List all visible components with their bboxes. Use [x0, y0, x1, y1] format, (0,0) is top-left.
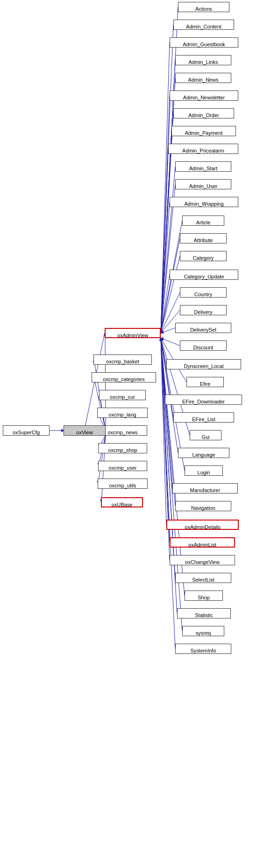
node-efire: Efire [186, 377, 224, 387]
node-oxcmp-lang: oxcmp_lang [97, 408, 148, 418]
svg-line-31 [161, 338, 180, 346]
svg-line-34 [161, 338, 165, 400]
node-oxcmp-shop: oxcmp_shop [98, 443, 147, 453]
node-login: Login [185, 465, 223, 476]
node-admin-newsletter: Admin_Newsletter [170, 90, 238, 101]
node-language: Language [178, 448, 229, 458]
node-admin-start: Admin_Start [175, 161, 231, 172]
svg-line-30 [161, 328, 175, 333]
node-admin-payment: Admin_Payment [171, 126, 236, 136]
diagram-container: ActionsAdmin_ContentAdmin_GuestbookAdmin… [0, 0, 264, 868]
node-admin-wrapping: Admin_Wrapping [170, 197, 238, 207]
node-oxcmp-utils: oxcmp_utils [98, 479, 148, 489]
node-admin-guestbook: Admin_Guestbook [170, 37, 238, 48]
node-efire-list: EFire_List [173, 412, 234, 423]
node-category-update: Category_Update [170, 270, 238, 280]
node-admin-user: Admin_User [175, 179, 231, 189]
node-attribute: Attribute [180, 233, 227, 243]
svg-line-35 [161, 338, 173, 417]
svg-line-19 [161, 131, 171, 333]
svg-line-46 [161, 338, 177, 613]
svg-line-10 [98, 435, 106, 484]
svg-line-17 [161, 96, 170, 333]
svg-line-32 [161, 338, 166, 364]
svg-line-21 [161, 167, 175, 333]
node-oxadmindetails: oxAdminDetails [166, 520, 239, 530]
node-manufacturer: Manufacturer [172, 483, 238, 493]
node-efire-downloader: EFire_Downloader [165, 395, 242, 405]
node-deliveryset: DeliverySet [175, 323, 231, 333]
node-oxchangeview: oxChangeView [170, 555, 235, 565]
node-actions: Actions [178, 2, 229, 12]
svg-line-25 [161, 238, 180, 333]
node-delivery: Delivery [180, 305, 227, 315]
node-sysreq: sysreq [182, 626, 224, 636]
node-oxadminlist: oxAdminList [170, 537, 235, 548]
svg-line-14 [161, 42, 170, 333]
node-category: Category [180, 251, 227, 261]
node-systeminfo: SystemInfo [175, 644, 231, 654]
svg-line-20 [161, 149, 168, 333]
node-admin-links: Admin_Links [175, 55, 231, 65]
node-dynscreen-local: Dynscreen_Local [166, 359, 241, 369]
node-article: Article [182, 215, 224, 226]
node-admin-order: Admin_Order [173, 108, 234, 118]
node-statistic: Statistic [177, 608, 231, 618]
node-selectlist: SelectList [175, 573, 231, 583]
node-oxcmp-user: oxcmp_user [98, 461, 147, 471]
node-oxcmp-basket: oxcmp_basket [93, 354, 152, 365]
node-gui: Gui [190, 430, 221, 440]
node-discount: Discount [180, 340, 227, 351]
node-oxubase: oxUBase [101, 497, 143, 507]
svg-line-26 [161, 256, 180, 333]
node-oxview: oxView [64, 425, 106, 436]
svg-line-4 [94, 377, 106, 431]
node-admin-pricealarm: Admin_Pricealarm [168, 144, 238, 154]
node-oxcmp-categories: oxcmp_categories [92, 372, 156, 382]
node-oxadminview: oxAdminView [105, 328, 161, 338]
node-oxsupercfg: oxSuperCfg [3, 425, 50, 436]
node-admin-content: Admin_Content [173, 20, 234, 30]
node-navigation: Navigation [175, 501, 231, 511]
node-oxcmp-cur: oxcmp_cur [99, 390, 146, 400]
svg-line-13 [161, 25, 173, 333]
node-country: Country [180, 287, 227, 298]
svg-line-27 [161, 275, 170, 333]
node-admin-news: Admin_News [175, 73, 231, 83]
node-shop: Shop [185, 590, 223, 601]
svg-line-41 [161, 338, 166, 525]
svg-line-23 [161, 202, 170, 333]
svg-line-48 [161, 338, 175, 649]
